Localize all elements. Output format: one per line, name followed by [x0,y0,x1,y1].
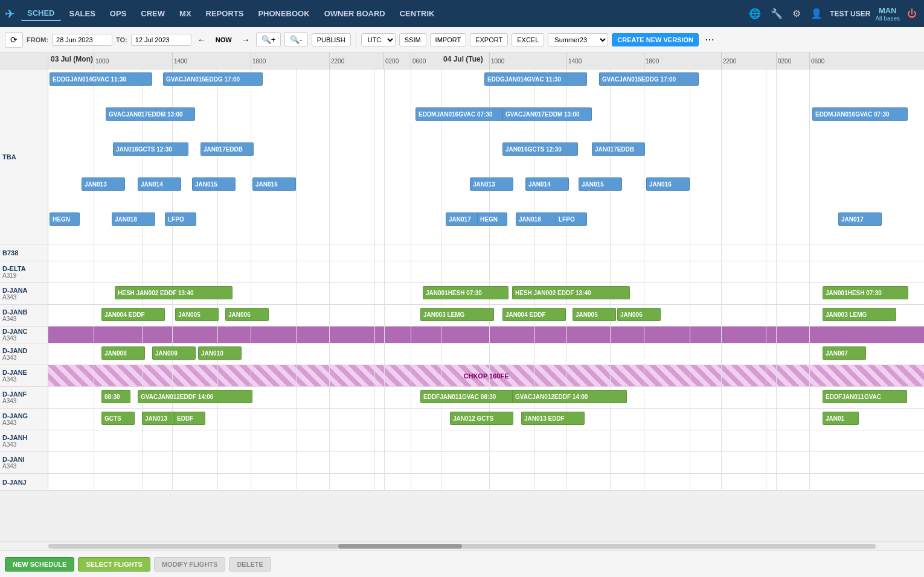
flight-block[interactable]: GCTS [101,412,135,425]
flight-block[interactable]: JAN003 LEMG [420,308,494,321]
flight-block[interactable]: JAN017 [838,212,882,226]
flight-block[interactable]: JAN016 [646,177,690,191]
flight-block[interactable]: EDDGJAN014GVAC 11:30 [484,72,587,86]
export-button[interactable]: EXPORT [470,33,508,46]
flight-block[interactable]: JAN018 [112,212,155,226]
flight-block[interactable]: EDDFJAN011GVAC [823,390,907,403]
flight-block[interactable]: EDDGJAN014GVAC 11:30 [50,72,152,86]
flight-block[interactable]: JAN004 EDDF [502,308,566,321]
more-options-icon[interactable]: ⋯ [705,34,714,45]
nav-reports[interactable]: REPORTS [200,7,250,21]
flight-block[interactable]: JAN013 EDDF [521,412,585,425]
grid-line [217,327,218,343]
flight-block[interactable]: JAN001HESH 07:30 [423,286,509,299]
nav-ops[interactable]: OPS [104,7,132,21]
nav-centrik[interactable]: CENTRIK [394,7,441,21]
nav-sales[interactable]: SALES [63,7,101,21]
flight-block[interactable]: GVACJAN017EDDM 13:00 [106,107,195,121]
from-date-input[interactable] [52,34,112,46]
grid-line [690,327,690,343]
flight-block[interactable]: JAN007 [823,346,866,360]
zoom-out-button[interactable]: 🔍- [284,32,307,47]
grid-line [809,343,810,365]
flight-block[interactable]: LFPO [165,212,196,226]
flight-block[interactable]: HESH JAN002 EDDF 13:40 [512,286,630,299]
zoom-in-button[interactable]: 🔍+ [256,32,281,47]
flight-block[interactable]: HEGN [477,212,507,226]
flight-block[interactable]: JAN009 [152,346,196,360]
horizontal-scrollbar[interactable] [0,541,924,550]
flight-block[interactable]: GVACJAN012EDDF 14:00 [138,390,252,403]
ssim-button[interactable]: SSIM [399,33,426,46]
flight-block[interactable]: HEGN [50,212,80,226]
now-button[interactable]: NOW [212,35,236,45]
nav-sched[interactable]: SCHED [21,6,61,21]
import-button[interactable]: IMPORT [430,33,467,46]
prev-arrow[interactable]: ← [195,34,208,46]
settings-icon[interactable]: ⚙ [790,5,803,22]
nav-mx[interactable]: MX [173,7,197,21]
aircraft-id: B738 [2,249,45,257]
flight-block[interactable]: JAN017EDDB [201,142,254,156]
flight-block[interactable]: JAN010 [198,346,242,360]
row-label: D-JANJ [0,474,48,490]
flight-block[interactable]: 08:30 [101,390,130,403]
flight-block[interactable]: EDDMJAN016GVAC 07:30 [415,107,511,121]
flight-block[interactable]: EDDMJAN016GVAC 07:30 [812,107,908,121]
flight-block[interactable]: JAN003 LEMG [823,308,896,321]
power-icon[interactable]: ⏻ [905,6,919,22]
flight-block[interactable]: EDDF [174,412,205,425]
select-flights-button[interactable]: SELECT FLIGHTS [78,557,150,572]
flight-block[interactable]: JAN018 [516,212,559,226]
flight-block[interactable]: JAN006 [225,308,269,321]
flight-block[interactable]: JAN016GCTS 12:30 [113,142,188,156]
flight-block[interactable]: JAN014 [138,177,181,191]
flight-block[interactable]: JAN005 [175,308,219,321]
grid-line [411,327,411,343]
flight-block[interactable]: JAN01 [823,412,859,425]
grid-line [374,387,375,408]
row-label: B738 [0,244,48,261]
flight-block[interactable]: GVACJAN017EDDM 13:00 [502,107,592,121]
man-menu[interactable]: MAN All bases [875,6,900,22]
flight-block[interactable]: JAN005 [573,308,616,321]
flight-block[interactable]: GVACJAN015EDDG 17:00 [599,72,699,86]
flight-block[interactable]: JAN001HESH 07:30 [823,286,908,299]
grid-line [172,430,173,451]
flight-block[interactable]: JAN004 EDDF [101,308,165,321]
flight-block[interactable]: JAN008 [101,346,145,360]
flight-block[interactable]: JAN016GCTS 12:30 [502,142,578,156]
wrench-icon[interactable]: 🔧 [768,5,785,22]
flight-block[interactable]: JAN013 [470,177,513,191]
flight-block[interactable]: JAN013 [82,177,125,191]
flight-block[interactable]: JAN014 [525,177,569,191]
flight-block[interactable]: JAN006 [617,308,661,321]
flight-block[interactable]: JAN017EDDB [592,142,645,156]
flight-block[interactable]: JAN012 GCTS [450,412,513,425]
flight-block[interactable]: JAN015 [579,177,622,191]
flight-block[interactable]: HESH JAN002 EDDF 13:40 [115,286,233,299]
scrollbar-thumb[interactable] [338,544,463,549]
globe-icon[interactable]: 🌐 [746,5,763,22]
nav-crew[interactable]: CREW [135,7,171,21]
grid-line [489,474,490,490]
refresh-button[interactable]: ⟳ [5,32,23,48]
publish-button[interactable]: PUBLISH [312,33,351,46]
flight-block[interactable]: GVACJAN012EDDF 14:00 [512,390,627,403]
version-select[interactable]: Summer23 [548,33,608,46]
to-date-input[interactable] [131,34,191,46]
delete-button[interactable]: DELETE [229,557,271,572]
nav-phonebook[interactable]: PHONEBOOK [252,7,315,21]
utc-select[interactable]: UTC [361,33,396,46]
flight-block[interactable]: JAN016 [252,177,296,191]
flight-block[interactable]: JAN015 [192,177,236,191]
flight-block[interactable]: LFPO [556,212,587,226]
next-arrow[interactable]: → [239,34,252,46]
flight-block[interactable]: GVACJAN015EDDG 17:00 [163,72,263,86]
new-schedule-button[interactable]: NEW SCHEDULE [5,557,74,572]
nav-ownerboard[interactable]: OWNER BOARD [318,7,391,21]
modify-flights-button[interactable]: MODIFY FLIGHTS [154,557,226,572]
create-version-button[interactable]: CREATE NEW VERSION [612,33,699,46]
excel-button[interactable]: EXCEL [512,33,544,46]
grid-line [172,305,173,326]
